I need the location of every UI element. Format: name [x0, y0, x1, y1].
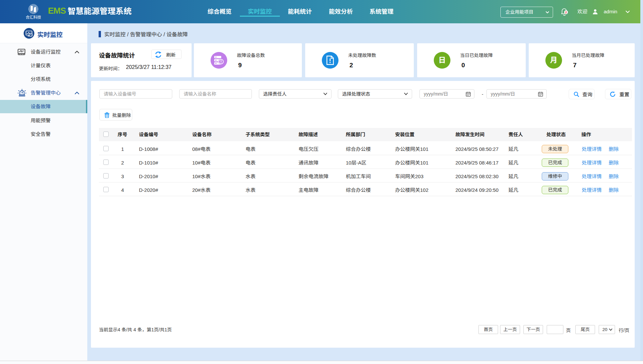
svg-text:2: 2	[565, 10, 567, 14]
